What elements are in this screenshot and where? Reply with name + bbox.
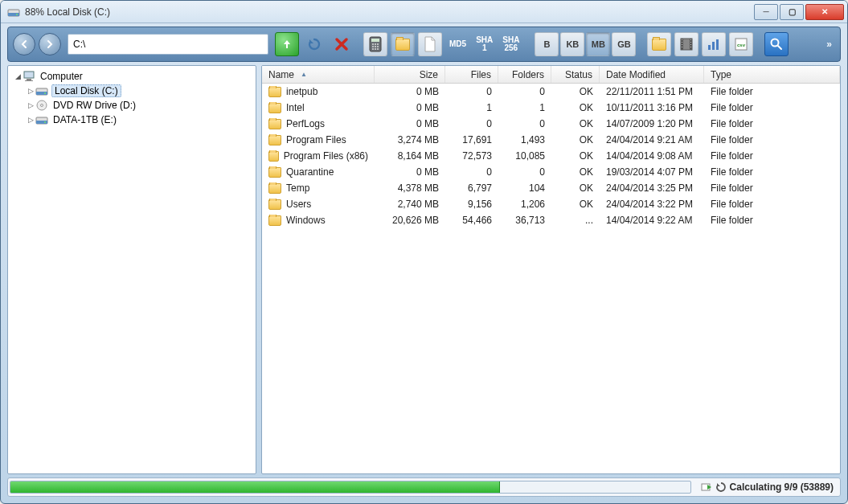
svg-text:csv: csv <box>737 43 746 47</box>
unit-button-b[interactable]: B <box>535 32 559 56</box>
unit-button-mb[interactable]: MB <box>586 32 610 56</box>
table-row[interactable]: Windows20,626 MB54,46636,713...14/04/201… <box>262 212 840 228</box>
maximize-button[interactable]: ▢ <box>780 4 804 20</box>
tree-item[interactable]: ▷Local Disk (C:) <box>13 84 251 98</box>
table-row[interactable]: PerfLogs0 MB00OK14/07/2009 1:20 PMFile f… <box>262 116 840 132</box>
svg-point-10 <box>377 46 379 47</box>
svg-rect-23 <box>690 44 691 45</box>
svg-point-13 <box>377 48 379 50</box>
cancel-button[interactable] <box>330 32 354 56</box>
sort-indicator-icon: ▲ <box>301 71 307 78</box>
search-button[interactable] <box>764 32 789 56</box>
svg-point-6 <box>375 43 376 45</box>
column-date[interactable]: Date Modified <box>600 66 704 83</box>
refresh-button[interactable] <box>302 32 326 56</box>
open-folder-button[interactable] <box>647 32 671 56</box>
svg-rect-20 <box>682 47 682 47</box>
app-window: 88% Local Disk (C:) ─ ▢ ✕ <box>0 0 848 504</box>
tree-toggle-icon[interactable]: ◢ <box>13 72 23 80</box>
back-button[interactable] <box>13 33 35 55</box>
svg-rect-31 <box>24 72 34 78</box>
table-row[interactable]: Quarantine0 MB00OK19/03/2014 4:07 PMFile… <box>262 164 840 180</box>
folder-icon <box>268 135 281 145</box>
svg-rect-26 <box>712 42 715 50</box>
column-type[interactable]: Type <box>704 66 840 83</box>
svg-point-12 <box>375 48 376 50</box>
titlebar[interactable]: 88% Local Disk (C:) ─ ▢ ✕ <box>1 1 847 23</box>
calculator-button[interactable] <box>363 32 387 56</box>
hash-button-sha256[interactable]: SHA 256 <box>498 32 523 56</box>
svg-rect-17 <box>682 39 682 40</box>
close-button[interactable]: ✕ <box>805 4 844 20</box>
column-files[interactable]: Files <box>445 66 498 83</box>
list-panel: Name▲ Size Files Folders Status Date Mod… <box>261 65 841 474</box>
window-title: 88% Local Disk (C:) <box>25 6 752 18</box>
svg-point-38 <box>41 104 43 107</box>
folder-icon <box>268 199 281 210</box>
tree-root[interactable]: ◢Computer <box>13 69 251 84</box>
svg-rect-32 <box>27 79 31 80</box>
table-row[interactable]: Intel0 MB11OK10/11/2011 3:16 PMFile fold… <box>262 100 840 116</box>
progress-bar <box>10 481 691 494</box>
tree-toggle-icon[interactable]: ▷ <box>26 116 35 124</box>
list-header: Name▲ Size Files Folders Status Date Mod… <box>262 66 840 84</box>
up-button[interactable] <box>275 32 299 56</box>
folder-icon <box>268 119 281 129</box>
app-icon <box>7 6 20 18</box>
svg-rect-4 <box>371 39 379 42</box>
tree-item[interactable]: ▷DATA-1TB (E:) <box>13 113 251 127</box>
svg-rect-25 <box>708 45 711 50</box>
drive-icon <box>35 113 48 126</box>
folder-icon <box>268 215 281 226</box>
file-view-button[interactable] <box>418 32 442 56</box>
column-folders[interactable]: Folders <box>498 66 551 83</box>
column-size[interactable]: Size <box>375 66 445 83</box>
folder-icon <box>268 87 281 97</box>
tree-toggle-icon[interactable]: ▷ <box>26 87 35 95</box>
status-text: Calculating 9/9 (53889) <box>730 481 834 493</box>
table-row[interactable]: Temp4,378 MB6,797104OK24/04/2014 3:25 PM… <box>262 180 840 196</box>
unit-button-kb[interactable]: KB <box>560 32 584 56</box>
forward-button[interactable] <box>39 33 61 55</box>
status-refresh-icon <box>715 481 727 493</box>
film-button[interactable] <box>674 32 698 56</box>
chart-button[interactable] <box>702 32 726 56</box>
folder-view-button[interactable] <box>391 32 415 56</box>
folder-icon <box>268 167 281 178</box>
svg-point-2 <box>16 14 18 15</box>
table-row[interactable]: Users2,740 MB9,1561,206OK24/04/2014 3:22… <box>262 196 840 212</box>
svg-rect-22 <box>690 42 691 43</box>
toolbar-overflow-icon[interactable]: » <box>823 39 835 50</box>
status-play-icon <box>701 481 712 493</box>
svg-point-8 <box>372 46 374 47</box>
svg-rect-19 <box>682 44 682 45</box>
table-row[interactable]: inetpub0 MB00OK22/11/2011 1:51 PMFile fo… <box>262 84 840 100</box>
tree-panel: ◢Computer▷Local Disk (C:)▷DVD RW Drive (… <box>7 65 256 474</box>
tree-item[interactable]: ▷DVD RW Drive (D:) <box>13 98 251 113</box>
hash-button-md5[interactable]: MD5 <box>445 32 470 56</box>
path-box[interactable] <box>68 34 268 55</box>
computer-icon <box>23 70 35 83</box>
svg-rect-24 <box>690 47 691 47</box>
svg-rect-18 <box>682 42 682 43</box>
svg-rect-21 <box>690 39 691 40</box>
svg-rect-33 <box>25 80 33 81</box>
svg-point-30 <box>772 39 779 47</box>
minimize-button[interactable]: ─ <box>754 4 778 20</box>
svg-rect-27 <box>716 39 719 50</box>
svg-point-5 <box>372 43 374 45</box>
tree-toggle-icon[interactable]: ▷ <box>26 101 35 109</box>
drive-icon <box>35 84 48 97</box>
folder-icon <box>268 103 281 113</box>
unit-button-gb[interactable]: GB <box>612 32 636 56</box>
column-name[interactable]: Name▲ <box>262 66 375 83</box>
folder-icon <box>268 151 279 162</box>
csv-button[interactable]: csv <box>729 32 753 56</box>
hash-button-sha1[interactable]: SHA 1 <box>472 32 497 56</box>
table-row[interactable]: Program Files3,274 MB17,6911,493OK24/04/… <box>262 132 840 148</box>
path-input[interactable] <box>73 39 263 50</box>
toolbar: MD5SHA 1SHA 256 BKBMBGB csv » <box>7 27 841 62</box>
column-status[interactable]: Status <box>551 66 600 83</box>
table-row[interactable]: Program Files (x86)8,164 MB72,57310,085O… <box>262 148 840 164</box>
svg-point-41 <box>44 121 46 123</box>
